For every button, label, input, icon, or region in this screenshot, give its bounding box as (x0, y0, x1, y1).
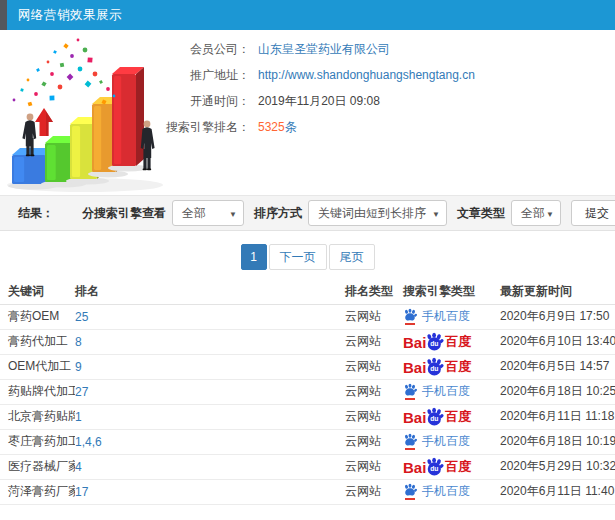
baidu-logo-cn: 百度 (445, 358, 471, 376)
open-time-value: 2019年11月20日 09:08 (258, 93, 380, 110)
sort-filter-label: 排序方式 (254, 205, 302, 222)
baidu-logo-badge[interactable]: Bai du 百度 (403, 357, 471, 376)
baidu-paw-du-icon: du (425, 457, 444, 476)
open-time-label: 开通时间： (0, 93, 250, 110)
update-time-cell: 2020年6月10日 13:40 (500, 329, 615, 354)
rank-link[interactable]: 9 (75, 360, 82, 374)
promo-url-label: 推广地址： (0, 67, 250, 84)
rank-count-suffix: 条 (285, 120, 297, 134)
rank-type-cell: 云网站 (345, 479, 403, 504)
header-corner-strip (0, 0, 7, 30)
rank-type-cell: 云网站 (345, 429, 403, 454)
header-rank: 排名 (75, 280, 345, 304)
info-row-rank-count: 搜索引擎排名： 5325条 (0, 114, 615, 140)
baidu-logo-bai: Bai (403, 359, 426, 376)
rank-type-cell: 云网站 (345, 354, 403, 379)
rank-link[interactable]: 1,4,6 (75, 435, 102, 449)
red-underline (405, 398, 415, 400)
keyword-cell: 膏药代加工 (0, 329, 75, 354)
svg-text:du: du (431, 465, 439, 472)
results-table: 关键词 排名 排名类型 搜索引擎类型 最新更新时间 膏药OEM25云网站 手机百… (0, 280, 615, 505)
mobile-baidu-label: 手机百度 (422, 483, 470, 500)
engine-filter-select[interactable]: 全部 ▼ (172, 200, 244, 226)
red-underline (405, 323, 415, 325)
rank-link[interactable]: 25 (75, 310, 88, 324)
baidu-logo-badge[interactable]: Bai du 百度 (403, 332, 471, 351)
article-filter-select[interactable]: 全部 ▼ (511, 200, 561, 226)
last-page-button[interactable]: 尾页 (329, 244, 375, 270)
info-row-member: 会员公司： 山东皇圣堂药业有限公司 (0, 36, 615, 62)
sort-filter-select[interactable]: 关键词由短到长排序 ▼ (308, 200, 447, 226)
page-button-current[interactable]: 1 (241, 244, 267, 270)
rank-link[interactable]: 27 (75, 385, 88, 399)
header-rank-type: 排名类型 (345, 280, 403, 304)
rank-link[interactable]: 4 (75, 460, 82, 474)
baidu-paw-du-icon: du (425, 332, 444, 351)
sort-filter-value: 关键词由短到长排序 (318, 205, 426, 222)
svg-text:du: du (431, 340, 439, 347)
next-page-button[interactable]: 下一页 (269, 244, 327, 270)
red-underline (405, 448, 415, 450)
update-time-cell: 2020年6月5日 14:57 (500, 354, 615, 379)
mobile-baidu-badge[interactable]: 手机百度 (403, 483, 470, 500)
update-time-cell: 2020年6月11日 11:40 (500, 479, 615, 504)
engine-type-cell: 手机百度 (403, 479, 500, 504)
pagination: 1 下一页 尾页 (0, 244, 615, 270)
baidu-logo-badge[interactable]: Bai du 百度 (403, 407, 471, 426)
mobile-baidu-label: 手机百度 (422, 433, 470, 450)
rank-link[interactable]: 8 (75, 335, 82, 349)
mobile-baidu-badge[interactable]: 手机百度 (403, 433, 470, 450)
hero-section: 会员公司： 山东皇圣堂药业有限公司 推广地址： http://www.shand… (0, 30, 615, 195)
article-filter-value: 全部 (521, 205, 545, 222)
header-keyword: 关键词 (0, 280, 75, 304)
filter-controls: 分搜索引擎查看 全部 ▼ 排序方式 关键词由短到长排序 ▼ 文章类型 全部 ▼ … (72, 200, 615, 226)
update-time-cell: 2020年6月9日 17:50 (500, 304, 615, 329)
caret-down-icon: ▼ (546, 210, 554, 219)
baidu-paw-icon (403, 383, 417, 397)
mobile-baidu-icon (403, 483, 417, 500)
rank-link[interactable]: 1 (75, 410, 82, 424)
rank-type-cell: 云网站 (345, 329, 403, 354)
mobile-baidu-icon (403, 433, 417, 450)
engine-rank-count[interactable]: 5325条 (258, 119, 297, 136)
caret-down-icon: ▼ (432, 210, 440, 219)
header-engine-type: 搜索引擎类型 (403, 280, 500, 304)
submit-button[interactable]: 提交 (571, 200, 615, 226)
rank-cell: 25 (75, 304, 345, 329)
update-time-cell: 2020年5月29日 10:32 (500, 454, 615, 479)
table-header-row: 关键词 排名 排名类型 搜索引擎类型 最新更新时间 (0, 280, 615, 304)
table-row: 枣庄膏药加工1,4,6云网站 手机百度 2020年6月18日 10:19 (0, 429, 615, 454)
update-time-cell: 2020年6月18日 10:25 (500, 379, 615, 404)
mobile-baidu-label: 手机百度 (422, 308, 470, 325)
engine-filter-label: 分搜索引擎查看 (82, 205, 166, 222)
mobile-baidu-badge[interactable]: 手机百度 (403, 383, 470, 400)
baidu-logo-cn: 百度 (445, 333, 471, 351)
mobile-baidu-label: 手机百度 (422, 383, 470, 400)
baidu-logo-cn: 百度 (445, 458, 471, 476)
baidu-logo-cn: 百度 (445, 408, 471, 426)
table-row: 北京膏药贴牌1云网站 Bai du 百度 2020年6月11日 11:18 (0, 404, 615, 429)
rank-type-cell: 云网站 (345, 404, 403, 429)
engine-type-cell: 手机百度 (403, 429, 500, 454)
engine-type-cell: 手机百度 (403, 304, 500, 329)
rank-cell: 1 (75, 404, 345, 429)
baidu-logo-bai: Bai (403, 459, 426, 476)
promo-url-link[interactable]: http://www.shandonghuangshengtang.cn (258, 68, 475, 82)
result-label: 结果： (18, 205, 54, 222)
rank-cell: 27 (75, 379, 345, 404)
baidu-logo-badge[interactable]: Bai du 百度 (403, 457, 471, 476)
member-company-label: 会员公司： (0, 41, 250, 58)
mobile-baidu-icon (403, 383, 417, 400)
mobile-baidu-badge[interactable]: 手机百度 (403, 308, 470, 325)
engine-type-cell: Bai du 百度 (403, 329, 500, 354)
keyword-cell: 医疗器械厂家 (0, 454, 75, 479)
keyword-cell: 菏泽膏药厂家 (0, 479, 75, 504)
svg-text:du: du (431, 365, 439, 372)
rank-link[interactable]: 17 (75, 485, 88, 499)
member-company-link[interactable]: 山东皇圣堂药业有限公司 (258, 41, 390, 58)
table-row: 医疗器械厂家4云网站 Bai du 百度 2020年5月29日 10:32 (0, 454, 615, 479)
rank-cell: 9 (75, 354, 345, 379)
filter-bar: 结果： 分搜索引擎查看 全部 ▼ 排序方式 关键词由短到长排序 ▼ 文章类型 全… (0, 195, 615, 231)
rank-cell: 17 (75, 479, 345, 504)
company-info: 会员公司： 山东皇圣堂药业有限公司 推广地址： http://www.shand… (0, 36, 615, 140)
